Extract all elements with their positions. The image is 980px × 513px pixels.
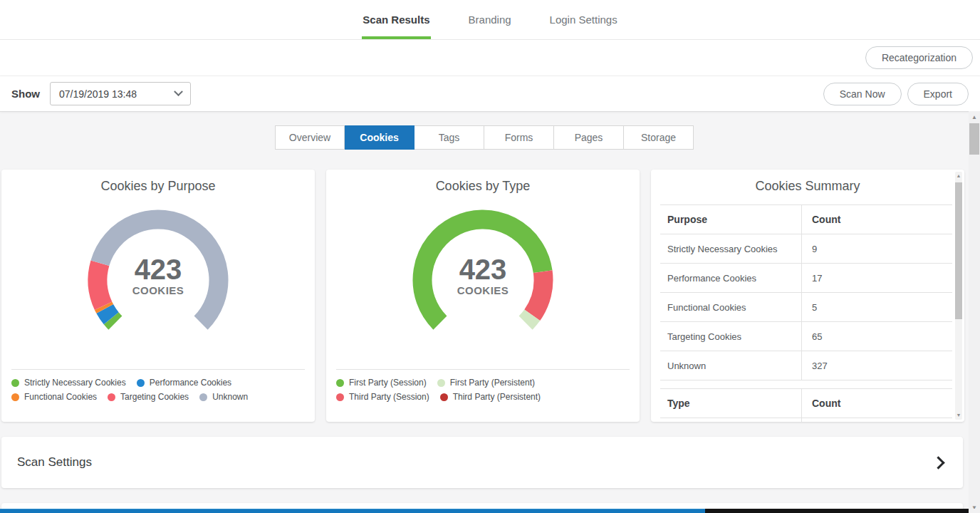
cards-row: Cookies by Purpose 423 COOKIES Strictly … (1, 170, 964, 422)
summary-title: Cookies Summary (651, 179, 964, 194)
bottom-strip-blue (0, 509, 705, 513)
recategorization-button[interactable]: Recategorization (865, 46, 973, 69)
page-scrollbar-thumb[interactable] (969, 123, 979, 155)
legend-item-first-party-persistent[interactable]: First Party (Persistent) (437, 375, 535, 390)
legend-divider (11, 369, 305, 370)
summary-scrollbar[interactable]: ▲ ▼ (955, 172, 962, 420)
gauge-total-label: COOKIES (405, 284, 561, 297)
tab-label: Storage (641, 132, 676, 143)
legend-dot (437, 379, 445, 387)
legend-item-strictly-necessary-cookies[interactable]: Strictly Necessary Cookies (11, 375, 126, 390)
legend-label: First Party (Session) (349, 378, 427, 388)
cell-value (802, 418, 952, 422)
cell-label: Targeting Cookies (660, 322, 802, 351)
table-row: Strictly Necessary Cookies9 (660, 234, 952, 264)
tab-pages[interactable]: Pages (554, 125, 624, 150)
cookies-by-purpose-card: Cookies by Purpose 423 COOKIES Strictly … (1, 170, 315, 422)
nav-tab-login-settings[interactable]: Login Settings (531, 0, 637, 39)
page-scrollbar[interactable]: ▲ ▼ (969, 111, 980, 513)
scan-date-select[interactable]: 07/19/2019 13:48 (50, 82, 191, 105)
column-header: Type (660, 389, 802, 418)
nav-tab-label: Branding (469, 14, 511, 26)
top-navigation: Scan ResultsBrandingLogin Settings (0, 0, 980, 40)
legend-item-third-party-persistent[interactable]: Third Party (Persistent) (440, 390, 541, 404)
cookies-summary-card: Cookies Summary PurposeCountStrictly Nec… (651, 170, 964, 422)
cell-value: 17 (802, 264, 952, 292)
scan-results-content: OverviewCookiesTagsFormsPagesStorage Coo… (0, 111, 969, 513)
chart-title: Cookies by Purpose (1, 179, 315, 194)
bottom-strip-dark (705, 509, 969, 513)
scan-date-value: 07/19/2019 13:48 (59, 88, 137, 100)
show-label: Show (11, 88, 40, 100)
type-legend: First Party (Session)First Party (Persis… (336, 375, 635, 404)
legend-label: Targeting Cookies (120, 392, 189, 402)
tab-tags[interactable]: Tags (415, 125, 484, 150)
cell-value: 9 (802, 234, 952, 263)
tab-forms[interactable]: Forms (484, 125, 554, 150)
cell-label: Functional Cookies (660, 293, 802, 321)
scroll-down-icon[interactable]: ▼ (955, 413, 962, 418)
column-header: Count (802, 389, 952, 418)
nav-tab-scan-results[interactable]: Scan Results (343, 0, 449, 39)
gauge-segment-functional-cookies[interactable] (103, 306, 105, 309)
table-header-row: TypeCount (660, 389, 952, 418)
cell-value: 5 (802, 293, 952, 321)
recategorization-row: Recategorization (0, 40, 980, 76)
type-gauge-chart: 423 COOKIES (405, 209, 561, 341)
legend-item-unknown[interactable]: Unknown (199, 390, 248, 404)
gauge-total-label: COOKIES (80, 284, 236, 297)
cell-label: Strictly Necessary Cookies (660, 234, 802, 263)
tab-cookies[interactable]: Cookies (345, 125, 415, 150)
table-row (660, 418, 952, 422)
gauge-total-value: 423 (80, 254, 236, 284)
tab-label: Forms (505, 132, 533, 143)
legend-dot (11, 379, 19, 387)
nav-tab-branding[interactable]: Branding (449, 0, 531, 39)
scan-settings-label: Scan Settings (17, 455, 92, 470)
scan-settings-panel[interactable]: Scan Settings (1, 437, 963, 488)
gauge-segment-performance-cookies[interactable] (105, 309, 111, 318)
legend-item-targeting-cookies[interactable]: Targeting Cookies (108, 390, 189, 404)
tab-storage[interactable]: Storage (624, 125, 694, 150)
gauge-segment-first-party-persistent[interactable] (526, 315, 532, 323)
cell-label: Performance Cookies (660, 264, 802, 292)
legend-item-performance-cookies[interactable]: Performance Cookies (137, 375, 231, 390)
purpose-legend: Strictly Necessary CookiesPerformance Co… (11, 375, 311, 404)
legend-dot (11, 393, 19, 401)
scroll-up-icon[interactable]: ▲ (969, 114, 980, 120)
cell-value: 327 (802, 351, 952, 380)
gauge-segment-strictly-necessary-cookies[interactable] (111, 318, 115, 323)
gauge-center: 423 COOKIES (80, 254, 236, 297)
legend-label: Strictly Necessary Cookies (24, 378, 126, 388)
legend-label: First Party (Persistent) (450, 378, 535, 388)
tab-label: Cookies (360, 132, 398, 143)
summary-scrollbar-thumb[interactable] (955, 182, 962, 319)
column-header: Count (802, 205, 952, 234)
legend-divider (336, 369, 630, 370)
summary-table: PurposeCountStrictly Necessary Cookies9P… (660, 204, 952, 422)
scroll-up-icon[interactable]: ▲ (955, 173, 962, 179)
legend-dot (440, 393, 448, 401)
legend-dot (199, 393, 207, 401)
legend-dot (108, 393, 115, 401)
legend-item-functional-cookies[interactable]: Functional Cookies (11, 390, 97, 404)
chart-title: Cookies by Type (326, 179, 640, 194)
tab-label: Pages (575, 132, 603, 143)
cell-label (660, 418, 802, 422)
legend-item-first-party-session[interactable]: First Party (Session) (336, 375, 427, 390)
export-button[interactable]: Export (907, 83, 969, 105)
cookies-by-type-card: Cookies by Type 423 COOKIES First Party … (326, 170, 640, 422)
legend-dot (336, 393, 344, 401)
legend-dot (336, 379, 344, 387)
legend-label: Functional Cookies (24, 392, 97, 402)
tab-label: Tags (439, 132, 460, 143)
tab-overview[interactable]: Overview (275, 125, 345, 150)
purpose-gauge-chart: 423 COOKIES (80, 209, 236, 341)
bottom-strip-rest (969, 509, 980, 513)
table-row: Targeting Cookies65 (660, 322, 952, 351)
table-row: Unknown327 (660, 351, 952, 380)
scan-now-button[interactable]: Scan Now (823, 83, 902, 105)
nav-tab-label: Login Settings (550, 14, 617, 26)
legend-item-third-party-session[interactable]: Third Party (Session) (336, 390, 429, 404)
table-row: Functional Cookies5 (660, 293, 952, 322)
